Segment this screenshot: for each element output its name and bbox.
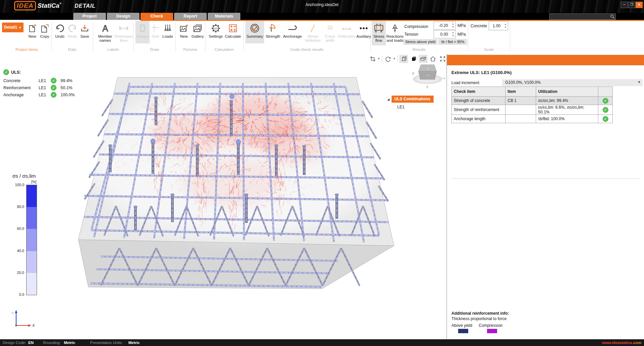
additional-reinforcement-info: Additional reinforcement info: Thickness… (451, 311, 509, 333)
summary-toggle[interactable]: Summary (245, 21, 264, 43)
copy-project-button[interactable]: Copy (38, 21, 51, 38)
auxiliary-dots-icon (359, 22, 369, 34)
member-names-button[interactable]: A Member names (95, 21, 115, 42)
app-logo: IDEAStatiCa® (14, 2, 62, 9)
gallery-button[interactable]: Gallery (190, 21, 205, 38)
tree-node-uls-combinations[interactable]: ◢ ULS Combinations (387, 96, 434, 103)
group-pictures: New Gallery (177, 21, 205, 38)
wireframe-view-button[interactable] (399, 55, 408, 63)
group-label-data: Data (51, 47, 93, 51)
auxiliary-button[interactable]: Auxiliary (356, 21, 372, 38)
group-label-labels: Labels (93, 47, 133, 51)
check-ok-icon: ✓ (603, 98, 608, 104)
undo-button[interactable]: Undo (53, 21, 67, 38)
new-picture-button[interactable]: New (177, 21, 190, 38)
anchorage-button[interactable]: Anchorage (282, 21, 303, 38)
group-data: Undo Redo Save (53, 21, 91, 38)
grid-icon (151, 22, 160, 34)
spinner-arrows[interactable]: ▲▼ (452, 22, 454, 28)
table-row[interactable]: Strength of reinforcementεs/εs,lim: 6.6%… (452, 105, 613, 115)
search-input[interactable] (550, 14, 609, 20)
strength-button[interactable]: Strength (264, 21, 282, 38)
new-project-button[interactable]: New (26, 21, 38, 38)
reactions-and-loads-toggle[interactable]: Reactions and loads (386, 21, 404, 42)
legend-tick: 0.0 (11, 292, 24, 297)
minimize-button[interactable]: ─ (621, 2, 628, 8)
clipping-tool-button[interactable] (368, 55, 377, 63)
compression-label: Compression (404, 24, 428, 29)
undo-icon (55, 22, 65, 34)
cube-x-label: X (411, 71, 414, 75)
spinner-arrows[interactable]: ▲▼ (452, 31, 454, 37)
new-picture-icon (179, 22, 189, 34)
compression-input[interactable]: -0.20▲▼ (434, 22, 456, 30)
tab-design[interactable]: Design (107, 13, 139, 20)
combinations-tree: ◢ ULS Combinations LE1 (387, 96, 434, 109)
website-tld[interactable]: .com (632, 341, 641, 345)
tb-fbd-filter-toggle[interactable]: τb / fbd > 95% (438, 39, 467, 45)
addinfo-title: Additional reinforcement info: (451, 311, 509, 316)
uls-ok-icon: ✓ (3, 69, 9, 75)
copy-icon (40, 22, 49, 34)
table-row[interactable]: Anchorage lengthτb/fbd: 100.0%✓ (452, 115, 613, 123)
navigation-cube[interactable]: -Z +Y X Y (408, 61, 447, 90)
group-label-pictures: Pictures (175, 47, 205, 51)
stress-flow-toggle[interactable]: Stress flow (372, 21, 386, 45)
tab-check[interactable]: Check (140, 13, 173, 20)
reactions-icon (390, 22, 400, 34)
settings-gear-icon: </> (211, 22, 221, 34)
strength-icon (268, 22, 278, 34)
tension-unit: MPa (457, 32, 466, 37)
redo-icon (68, 22, 78, 34)
group-label-code-check: Code-check results (243, 47, 370, 51)
legend-tick: 40.0 (11, 249, 24, 253)
tab-report[interactable]: Report (174, 13, 207, 20)
member-names-icon: A (100, 22, 110, 34)
search-icon[interactable] (610, 14, 615, 19)
rotate-view-button[interactable] (384, 55, 393, 63)
maximize-button[interactable]: ❐ (628, 2, 635, 8)
cube-face-front-label: +Y (426, 74, 429, 77)
spinner-arrows[interactable]: ▲▼ (505, 23, 507, 29)
tree-expander-icon[interactable]: ◢ (387, 98, 390, 101)
tab-project[interactable]: Project (73, 13, 106, 20)
chevron-down-icon[interactable]: ▼ (393, 57, 396, 60)
stress-above-yield-toggle[interactable]: Stress above yield (403, 39, 437, 45)
load-increment-select[interactable]: G100.0%, V100.0% ▼ (502, 79, 643, 86)
website-link[interactable]: www.ideastatica (602, 341, 632, 345)
group-label-draw: Draw (133, 47, 175, 51)
settings-button[interactable]: </> Settings (208, 21, 224, 38)
group-draw: Rebars Grid Loads (135, 21, 174, 43)
group-label-calculation: Calculation (205, 47, 243, 51)
detail-selector[interactable]: Detail1▼ (2, 23, 24, 32)
col-status (598, 87, 613, 97)
rebars-toggle: Rebars (135, 21, 150, 43)
save-button[interactable]: Save (79, 21, 91, 38)
tree-node-le1[interactable]: LE1 (397, 105, 434, 109)
loads-toggle[interactable]: Loads (161, 21, 174, 38)
dimension-lines-button: Dimension lines (115, 21, 132, 42)
cube-y-label: Y (426, 85, 429, 89)
panel-divider-line (451, 178, 641, 179)
tab-materials[interactable]: Materials (208, 13, 240, 20)
check-ok-icon: ✓ (603, 116, 608, 122)
close-button[interactable]: ✕ (636, 2, 643, 8)
calculate-button[interactable]: Calculate (224, 21, 242, 38)
group-results: Stress flow Reactions and loads (372, 21, 404, 45)
registered-mark: ® (59, 2, 62, 5)
chevron-down-icon[interactable]: ▼ (377, 57, 380, 60)
redo-button: Redo (67, 21, 79, 38)
panel-header-band (447, 55, 644, 65)
tension-input[interactable]: 0.00▲▼ (434, 30, 456, 38)
gallery-icon (193, 22, 203, 34)
legend-tick: 20.0 (11, 271, 24, 275)
loads-icon (163, 22, 173, 34)
above-yield-legend: Above yield (451, 323, 475, 333)
anchorage-hook-icon (287, 22, 298, 34)
status-bar: Design Code: EN Rounding: Metric Present… (0, 339, 644, 346)
legend-tick: 80.0 (11, 205, 24, 209)
concrete-scale-input[interactable]: 1.00▲▼ (489, 21, 508, 30)
table-row[interactable]: Strength of concreteCB 1σc/σc,lim: 99.4%… (452, 97, 613, 105)
svg-text:</>: </> (214, 27, 218, 30)
cube-face-top-label: -Z (427, 67, 429, 70)
